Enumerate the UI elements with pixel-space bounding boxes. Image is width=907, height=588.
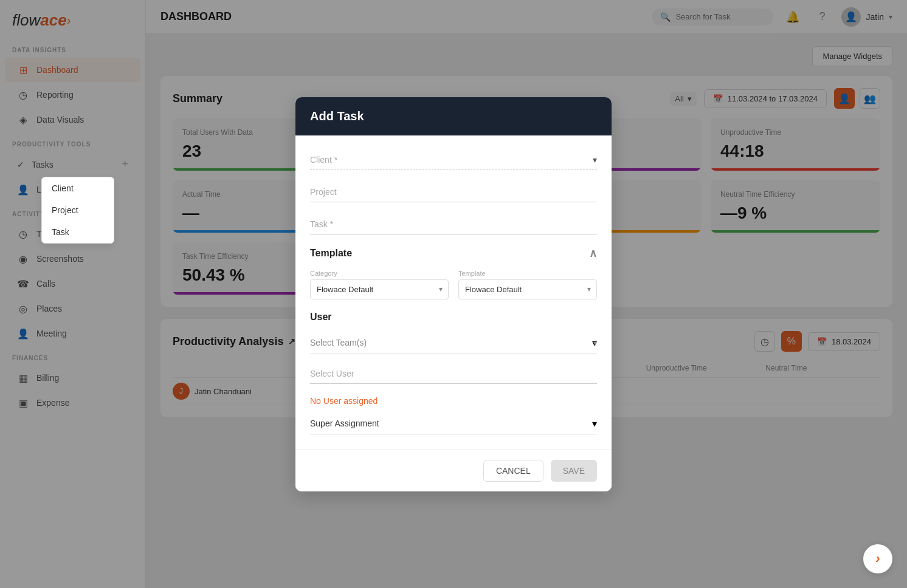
modal-title: Add Task — [310, 109, 364, 123]
select-user-field — [310, 364, 597, 384]
dropdown-item-task[interactable]: Task — [42, 221, 114, 243]
modal-overlay[interactable]: Add Task Client * ▾ Template ∧ — [0, 0, 907, 588]
no-user-message: No User assigned — [310, 396, 597, 406]
save-button[interactable]: SAVE — [551, 460, 597, 482]
modal-footer: CANCEL SAVE — [295, 450, 612, 491]
float-logo: › — [863, 544, 892, 573]
category-label: Category — [310, 270, 449, 277]
client-dropdown-icon: ▾ — [593, 155, 597, 165]
dropdown-item-project[interactable]: Project — [42, 199, 114, 221]
super-assignment-label: Super Assignment — [310, 419, 379, 428]
project-input[interactable] — [310, 182, 597, 202]
super-assignment-chevron-icon: ▾ — [592, 418, 597, 429]
select-teams-row: Select Team(s) ▾ — [310, 332, 597, 354]
tasks-dropdown-popup: Client Project Task — [41, 177, 114, 244]
cancel-button[interactable]: CANCEL — [483, 460, 543, 482]
client-label: Client * — [310, 155, 337, 165]
dropdown-item-client[interactable]: Client — [42, 177, 114, 199]
template-label: Template — [458, 270, 597, 277]
select-teams-label: Select Team(s) — [310, 338, 367, 347]
teams-chevron-icon: ▾ — [592, 337, 597, 349]
category-select[interactable]: Flowace Default — [310, 279, 449, 299]
collapse-template-icon[interactable]: ∧ — [589, 247, 597, 260]
template-select[interactable]: Flowace Default — [458, 279, 597, 299]
template-row: Category Flowace Default Template Flowac… — [310, 270, 597, 299]
template-section-header: Template ∧ — [310, 247, 597, 260]
select-teams-dropdown[interactable]: Select Team(s) ▾ — [310, 332, 597, 354]
task-field — [310, 214, 597, 234]
modal-header: Add Task — [295, 97, 612, 135]
project-field — [310, 182, 597, 202]
add-task-modal: Add Task Client * ▾ Template ∧ — [295, 97, 612, 491]
user-section-header: User — [310, 312, 597, 323]
modal-body: Client * ▾ Template ∧ Category — [295, 135, 612, 450]
task-input[interactable] — [310, 214, 597, 234]
super-assignment-row: Super Assignment ▾ — [310, 413, 597, 435]
select-user-input[interactable] — [310, 364, 597, 384]
client-select[interactable]: Client * ▾ — [310, 150, 597, 170]
client-field: Client * ▾ — [310, 150, 597, 170]
